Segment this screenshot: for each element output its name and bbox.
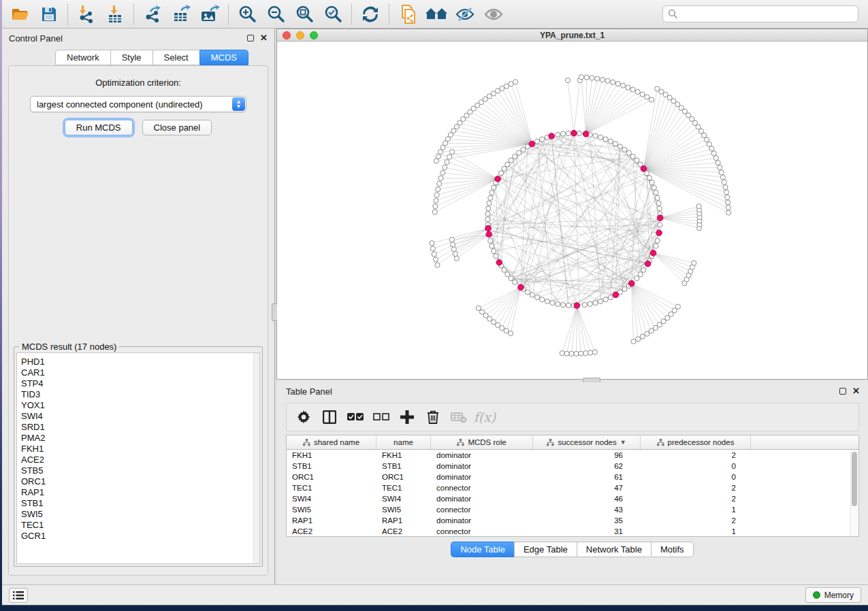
- table-row[interactable]: TEC1TEC1connector472: [287, 482, 858, 493]
- mcds-result-title: MCDS result (17 nodes): [19, 342, 119, 352]
- clone-network-button[interactable]: [393, 2, 422, 27]
- result-node-item[interactable]: STB1: [21, 498, 259, 509]
- criterion-value: largest connected component (undirected): [31, 99, 203, 110]
- result-node-item[interactable]: TID3: [21, 389, 259, 400]
- cell-predecessor-nodes: 1: [641, 506, 751, 514]
- memory-button[interactable]: Memory: [805, 587, 861, 603]
- result-node-item[interactable]: SWI5: [21, 509, 259, 520]
- table-row[interactable]: RAP1RAP1dominator352: [287, 515, 858, 526]
- close-panel-icon[interactable]: ✕: [852, 388, 860, 395]
- function-builder-button[interactable]: f(x): [473, 406, 496, 429]
- zoom-in-button[interactable]: [233, 2, 261, 27]
- run-mcds-button[interactable]: Run MCDS: [65, 120, 133, 135]
- cell-successor-nodes: 96: [533, 451, 641, 459]
- table-settings-button[interactable]: [292, 406, 315, 429]
- table-row[interactable]: ACE2ACE2connector311: [287, 526, 858, 536]
- deselect-all-button[interactable]: [370, 406, 393, 429]
- table-row[interactable]: ORC1ORC1dominator610: [287, 472, 858, 482]
- tab-edge-table[interactable]: Edge Table: [514, 542, 577, 557]
- show-column-panel-button[interactable]: [318, 406, 341, 429]
- apply-layout-button[interactable]: [356, 2, 385, 27]
- table-row[interactable]: STB1STB1dominator620: [287, 461, 858, 472]
- close-panel-icon[interactable]: ✕: [260, 35, 268, 42]
- export-image-button[interactable]: [195, 2, 224, 27]
- add-column-button[interactable]: [396, 406, 419, 429]
- save-session-button[interactable]: [35, 2, 63, 27]
- result-node-item[interactable]: FKH1: [21, 444, 259, 455]
- delete-column-button[interactable]: [421, 406, 445, 429]
- zoom-out-button[interactable]: [261, 2, 290, 27]
- import-network-button[interactable]: [72, 2, 101, 27]
- tab-node-table[interactable]: Node Table: [451, 542, 514, 557]
- search-icon: [668, 9, 678, 21]
- cell-name: STB1: [376, 462, 431, 470]
- cell-shared-name: FKH1: [287, 451, 376, 459]
- table-row[interactable]: SWI4SWI4dominator462: [287, 493, 858, 504]
- result-node-item[interactable]: PMA2: [21, 433, 259, 444]
- tab-mcds[interactable]: MCDS: [199, 50, 248, 65]
- float-panel-icon[interactable]: [839, 388, 846, 395]
- result-node-item[interactable]: YOX1: [21, 400, 259, 411]
- search-input[interactable]: [662, 5, 858, 22]
- tab-select[interactable]: Select: [152, 50, 199, 65]
- export-network-button[interactable]: [138, 2, 167, 27]
- tab-style[interactable]: Style: [110, 50, 152, 65]
- result-node-item[interactable]: RAP1: [21, 487, 259, 498]
- zoom-fit-button[interactable]: [290, 2, 319, 27]
- result-node-item[interactable]: STB5: [21, 465, 259, 476]
- task-history-button[interactable]: [9, 588, 28, 603]
- zoom-selected-button[interactable]: [319, 2, 347, 27]
- hide-selected-button[interactable]: [451, 2, 479, 27]
- close-panel-button[interactable]: Close panel: [142, 120, 212, 135]
- float-panel-icon[interactable]: [247, 35, 254, 42]
- network-canvas[interactable]: [277, 42, 867, 379]
- optimization-criterion-label: Optimization criterion:: [9, 78, 268, 88]
- select-all-button[interactable]: [344, 406, 367, 429]
- cell-successor-nodes: 46: [533, 495, 641, 503]
- result-node-item[interactable]: SRD1: [21, 422, 259, 433]
- control-panel: Control Panel ✕ NetworkStyleSelectMCDS O…: [2, 29, 274, 584]
- result-node-item[interactable]: SWI4: [21, 411, 259, 422]
- result-node-item[interactable]: STP4: [21, 378, 259, 389]
- cell-predecessor-nodes: 1: [641, 527, 751, 535]
- column-header-predecessor-nodes[interactable]: predecessor nodes: [641, 435, 751, 449]
- table-row[interactable]: SWI5SWI5connector431: [287, 504, 858, 515]
- cell-name: SWI5: [376, 506, 431, 514]
- open-session-button[interactable]: [6, 2, 35, 27]
- tab-motifs[interactable]: Motifs: [651, 542, 694, 557]
- result-node-item[interactable]: ORC1: [21, 476, 259, 487]
- delete-table-button[interactable]: [447, 406, 470, 429]
- cell-shared-name: TEC1: [287, 484, 376, 492]
- import-table-button[interactable]: [101, 2, 129, 27]
- mcds-result-list[interactable]: PHD1CAR1STP4TID3YOX1SWI4SRD1PMA2FKH1ACE2…: [16, 352, 260, 564]
- close-window-icon[interactable]: [283, 31, 291, 39]
- tab-network[interactable]: Network: [55, 50, 110, 65]
- result-node-item[interactable]: CAR1: [21, 367, 259, 378]
- table-row[interactable]: FKH1FKH1dominator962: [287, 450, 858, 461]
- toolbar-separator: [351, 4, 352, 24]
- criterion-dropdown[interactable]: largest connected component (undirected)…: [30, 96, 246, 112]
- cell-MCDS-role: dominator: [431, 462, 533, 470]
- first-neighbors-button[interactable]: [422, 2, 451, 27]
- maximize-window-icon[interactable]: [310, 31, 318, 39]
- column-header-name[interactable]: name: [376, 435, 431, 449]
- result-node-item[interactable]: PHD1: [21, 357, 259, 367]
- table-scrollbar[interactable]: [850, 450, 858, 535]
- cell-MCDS-role: connector: [431, 484, 533, 492]
- column-header-successor-nodes[interactable]: successor nodes▼: [533, 435, 641, 449]
- column-header-MCDS-role[interactable]: MCDS role: [431, 435, 533, 449]
- result-list-scrollbar[interactable]: [253, 353, 259, 563]
- minimize-window-icon[interactable]: [296, 31, 304, 39]
- tab-network-table[interactable]: Network Table: [577, 542, 651, 557]
- show-all-button[interactable]: [479, 2, 508, 27]
- export-table-button[interactable]: [167, 2, 195, 27]
- result-node-item[interactable]: ACE2: [21, 455, 259, 465]
- cell-name: FKH1: [376, 451, 431, 459]
- scrollbar-thumb[interactable]: [852, 452, 857, 506]
- column-header-shared-name[interactable]: shared name: [287, 435, 376, 449]
- network-frame-titlebar[interactable]: YPA_prune.txt_1: [277, 29, 867, 42]
- cell-predecessor-nodes: 2: [641, 451, 751, 459]
- result-node-item[interactable]: TEC1: [21, 520, 259, 531]
- toolbar-separator: [133, 4, 134, 24]
- result-node-item[interactable]: GCR1: [21, 531, 259, 542]
